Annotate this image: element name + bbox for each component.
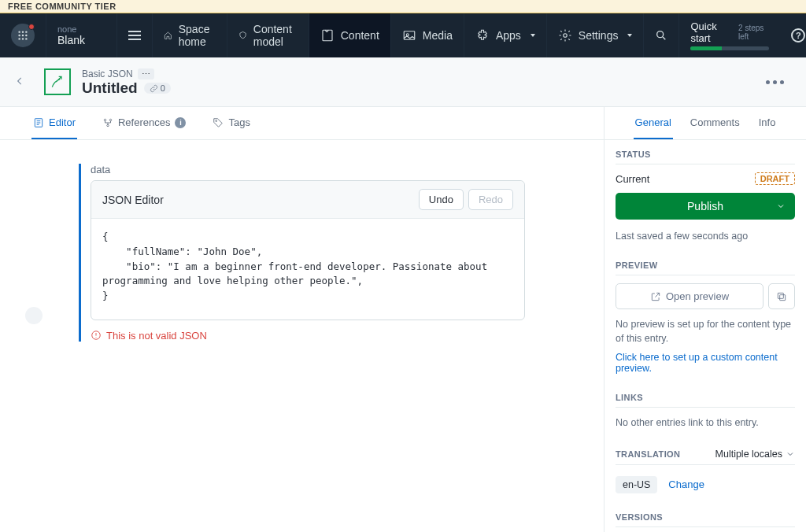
editor-icon <box>33 117 44 128</box>
svg-point-0 <box>18 31 20 32</box>
chevron-down-icon <box>627 34 632 37</box>
link-icon <box>150 84 158 93</box>
translation-section: TRANSLATION Multiple locales en-US Chang… <box>604 439 806 503</box>
tab-editor[interactable]: Editor <box>31 107 77 139</box>
open-preview-label: Open preview <box>666 290 729 302</box>
tab-references-label: References <box>118 116 170 128</box>
undo-button[interactable]: Undo <box>419 189 464 210</box>
svg-rect-21 <box>778 293 783 298</box>
chevron-down-icon <box>776 201 786 211</box>
help-button[interactable]: ? <box>780 13 806 57</box>
sidebar-tab-info[interactable]: Info <box>757 107 778 139</box>
tab-tags[interactable]: Tags <box>211 107 251 139</box>
notification-dot <box>28 24 35 30</box>
chevron-down-icon <box>531 34 535 37</box>
publish-button[interactable]: Publish <box>616 193 795 220</box>
svg-point-6 <box>18 38 20 39</box>
locale-chip: en-US <box>616 476 657 493</box>
nav-home-label: Space home <box>179 23 216 48</box>
external-link-icon <box>650 291 661 302</box>
svg-point-16 <box>109 119 111 120</box>
gear-icon <box>558 28 572 42</box>
status-section: STATUS Current DRAFT Publish Last saved … <box>604 140 806 251</box>
nav-apps[interactable]: Apps <box>464 13 547 57</box>
error-icon <box>91 330 102 341</box>
svg-point-3 <box>18 35 20 36</box>
open-preview-button[interactable]: Open preview <box>616 283 763 309</box>
references-icon <box>102 117 113 128</box>
preview-heading: PREVIEW <box>616 260 795 275</box>
svg-point-5 <box>25 35 27 36</box>
tab-editor-label: Editor <box>49 116 76 128</box>
back-button[interactable] <box>14 76 25 89</box>
change-locale-link[interactable]: Change <box>668 478 704 490</box>
quick-start[interactable]: Quick start 2 steps left <box>679 13 780 57</box>
nav-media[interactable]: Media <box>391 13 464 57</box>
linked-entries-badge[interactable]: 0 <box>144 83 171 94</box>
json-editor-card: JSON Editor Undo Redo { "fullName": "Joh… <box>91 180 525 320</box>
env-menu[interactable] <box>117 13 153 57</box>
search-icon <box>655 29 667 42</box>
home-icon <box>164 28 172 42</box>
publish-button-label: Publish <box>687 200 723 212</box>
links-empty-text: No other entries link to this entry. <box>616 416 795 430</box>
field-label: data <box>91 164 525 175</box>
linked-count: 0 <box>161 83 165 93</box>
main-panel: Editor References i Tags data JSON Edito… <box>0 107 604 532</box>
content-icon <box>320 28 335 42</box>
links-section: LINKS No other entries link to this entr… <box>604 383 806 439</box>
nav-content-label: Content <box>341 29 379 42</box>
versions-heading: VERSIONS <box>616 512 795 527</box>
setup-preview-link[interactable]: Click here to set up a custom content pr… <box>616 352 795 374</box>
media-icon <box>402 28 416 42</box>
svg-point-8 <box>25 38 27 39</box>
content-type-icon <box>44 68 71 95</box>
entry-actions-menu[interactable] <box>766 80 792 84</box>
entry-header: Basic JSON ⋯ Untitled 0 <box>0 57 806 107</box>
redo-button[interactable]: Redo <box>468 189 513 210</box>
float-handle[interactable] <box>25 307 43 324</box>
nav-settings[interactable]: Settings <box>547 13 645 57</box>
sidebar-tab-comments[interactable]: Comments <box>689 107 741 139</box>
app-launcher-cell[interactable] <box>0 13 46 57</box>
sidebar-tab-general[interactable]: General <box>634 107 673 139</box>
svg-point-7 <box>22 38 24 39</box>
json-editor-input[interactable]: { "fullName": "John Doe", "bio": "I am a… <box>91 219 524 320</box>
copy-preview-button[interactable] <box>768 283 795 309</box>
quick-start-steps: 2 steps left <box>738 24 769 41</box>
nav-media-label: Media <box>423 29 453 42</box>
svg-point-4 <box>22 35 24 36</box>
entry-title: Untitled <box>82 79 138 97</box>
versions-section: VERSIONS <box>604 503 806 532</box>
tier-banner: FREE COMMUNITY TIER <box>0 0 806 13</box>
top-nav: none Blank Space home Content model Cont… <box>0 13 806 57</box>
sidebar: General Comments Info STATUS Current DRA… <box>604 107 806 532</box>
apps-icon <box>475 28 490 42</box>
nav-space-home[interactable]: Space home <box>153 13 227 57</box>
multiple-locales-toggle[interactable]: Multiple locales <box>715 449 795 460</box>
last-saved-text: Last saved a few seconds ago <box>616 231 795 242</box>
svg-point-15 <box>104 119 105 120</box>
status-current-label: Current <box>616 173 649 185</box>
entry-title-block: Basic JSON ⋯ Untitled 0 <box>82 67 171 97</box>
space-selector[interactable]: none Blank <box>46 13 117 57</box>
sidebar-tabs: General Comments Info <box>604 107 806 140</box>
fields-area: data JSON Editor Undo Redo { "fullName":… <box>0 140 604 365</box>
nav-content[interactable]: Content <box>309 13 391 57</box>
svg-point-1 <box>22 31 24 32</box>
nav-content-model[interactable]: Content model <box>227 13 309 57</box>
search-button[interactable] <box>644 13 679 57</box>
help-icon: ? <box>791 28 805 42</box>
chevron-down-icon <box>786 449 795 459</box>
info-icon: i <box>175 117 186 128</box>
tab-references[interactable]: References i <box>101 107 187 139</box>
content-type-badge-icon: ⋯ <box>138 68 154 79</box>
nav-settings-label: Settings <box>579 29 619 42</box>
validation-error-text: This is not valid JSON <box>106 330 207 342</box>
app-launcher-icon <box>11 24 35 47</box>
quick-start-label: Quick start <box>690 20 730 44</box>
nav-apps-label: Apps <box>496 29 521 42</box>
tag-icon <box>213 117 224 128</box>
svg-point-18 <box>216 120 217 121</box>
nav-model-label: Content model <box>253 23 298 48</box>
